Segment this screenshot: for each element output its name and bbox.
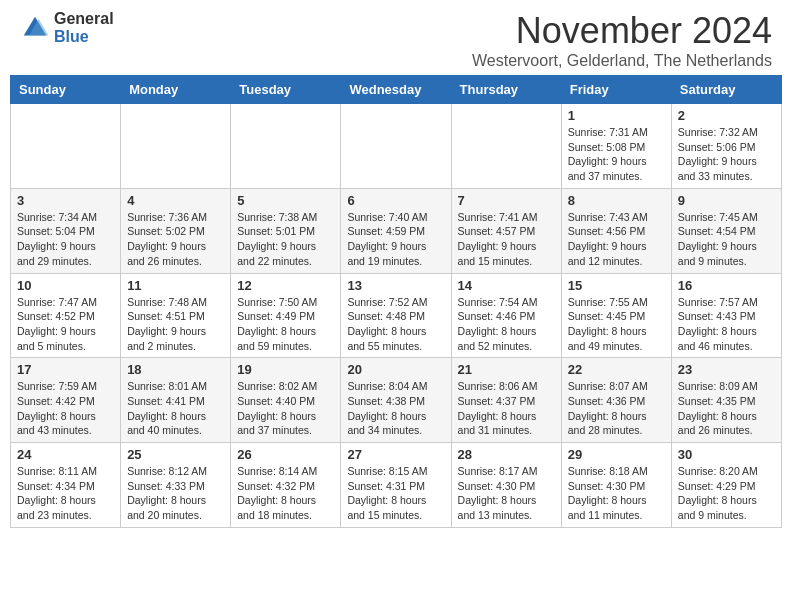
day-info: Sunrise: 7:32 AMSunset: 5:06 PMDaylight:…: [678, 125, 775, 184]
calendar-cell: 13Sunrise: 7:52 AMSunset: 4:48 PMDayligh…: [341, 273, 451, 358]
calendar-table: SundayMondayTuesdayWednesdayThursdayFrid…: [10, 75, 782, 528]
day-info: Sunrise: 7:36 AMSunset: 5:02 PMDaylight:…: [127, 210, 224, 269]
day-info: Sunrise: 7:57 AMSunset: 4:43 PMDaylight:…: [678, 295, 775, 354]
calendar-week-1: 1Sunrise: 7:31 AMSunset: 5:08 PMDaylight…: [11, 104, 782, 189]
day-info: Sunrise: 8:01 AMSunset: 4:41 PMDaylight:…: [127, 379, 224, 438]
day-number: 8: [568, 193, 665, 208]
day-number: 4: [127, 193, 224, 208]
day-info: Sunrise: 7:31 AMSunset: 5:08 PMDaylight:…: [568, 125, 665, 184]
day-number: 26: [237, 447, 334, 462]
calendar-cell: 8Sunrise: 7:43 AMSunset: 4:56 PMDaylight…: [561, 188, 671, 273]
day-info: Sunrise: 7:48 AMSunset: 4:51 PMDaylight:…: [127, 295, 224, 354]
day-number: 28: [458, 447, 555, 462]
calendar-wrapper: SundayMondayTuesdayWednesdayThursdayFrid…: [0, 75, 792, 538]
day-info: Sunrise: 8:18 AMSunset: 4:30 PMDaylight:…: [568, 464, 665, 523]
day-number: 16: [678, 278, 775, 293]
calendar-cell: [341, 104, 451, 189]
calendar-cell: [231, 104, 341, 189]
weekday-header-sunday: Sunday: [11, 76, 121, 104]
calendar-cell: 17Sunrise: 7:59 AMSunset: 4:42 PMDayligh…: [11, 358, 121, 443]
day-number: 22: [568, 362, 665, 377]
day-info: Sunrise: 7:47 AMSunset: 4:52 PMDaylight:…: [17, 295, 114, 354]
day-info: Sunrise: 7:38 AMSunset: 5:01 PMDaylight:…: [237, 210, 334, 269]
day-info: Sunrise: 7:55 AMSunset: 4:45 PMDaylight:…: [568, 295, 665, 354]
day-number: 10: [17, 278, 114, 293]
weekday-header-saturday: Saturday: [671, 76, 781, 104]
logo: General Blue: [20, 10, 114, 45]
weekday-header-thursday: Thursday: [451, 76, 561, 104]
day-info: Sunrise: 8:20 AMSunset: 4:29 PMDaylight:…: [678, 464, 775, 523]
calendar-cell: 3Sunrise: 7:34 AMSunset: 5:04 PMDaylight…: [11, 188, 121, 273]
weekday-header-wednesday: Wednesday: [341, 76, 451, 104]
calendar-week-3: 10Sunrise: 7:47 AMSunset: 4:52 PMDayligh…: [11, 273, 782, 358]
day-number: 27: [347, 447, 444, 462]
day-number: 5: [237, 193, 334, 208]
calendar-cell: 4Sunrise: 7:36 AMSunset: 5:02 PMDaylight…: [121, 188, 231, 273]
day-info: Sunrise: 8:06 AMSunset: 4:37 PMDaylight:…: [458, 379, 555, 438]
day-info: Sunrise: 8:17 AMSunset: 4:30 PMDaylight:…: [458, 464, 555, 523]
calendar-cell: [451, 104, 561, 189]
calendar-cell: 5Sunrise: 7:38 AMSunset: 5:01 PMDaylight…: [231, 188, 341, 273]
calendar-cell: 20Sunrise: 8:04 AMSunset: 4:38 PMDayligh…: [341, 358, 451, 443]
day-number: 9: [678, 193, 775, 208]
day-number: 14: [458, 278, 555, 293]
calendar-cell: [11, 104, 121, 189]
day-info: Sunrise: 8:07 AMSunset: 4:36 PMDaylight:…: [568, 379, 665, 438]
day-number: 30: [678, 447, 775, 462]
day-info: Sunrise: 7:54 AMSunset: 4:46 PMDaylight:…: [458, 295, 555, 354]
weekday-header-friday: Friday: [561, 76, 671, 104]
weekday-header-monday: Monday: [121, 76, 231, 104]
day-number: 19: [237, 362, 334, 377]
day-number: 11: [127, 278, 224, 293]
day-info: Sunrise: 7:40 AMSunset: 4:59 PMDaylight:…: [347, 210, 444, 269]
calendar-cell: 24Sunrise: 8:11 AMSunset: 4:34 PMDayligh…: [11, 443, 121, 528]
day-number: 6: [347, 193, 444, 208]
day-number: 1: [568, 108, 665, 123]
location: Westervoort, Gelderland, The Netherlands: [472, 52, 772, 70]
calendar-cell: 9Sunrise: 7:45 AMSunset: 4:54 PMDaylight…: [671, 188, 781, 273]
day-info: Sunrise: 7:52 AMSunset: 4:48 PMDaylight:…: [347, 295, 444, 354]
calendar-cell: 21Sunrise: 8:06 AMSunset: 4:37 PMDayligh…: [451, 358, 561, 443]
day-info: Sunrise: 7:34 AMSunset: 5:04 PMDaylight:…: [17, 210, 114, 269]
calendar-cell: 22Sunrise: 8:07 AMSunset: 4:36 PMDayligh…: [561, 358, 671, 443]
day-number: 3: [17, 193, 114, 208]
calendar-cell: 18Sunrise: 8:01 AMSunset: 4:41 PMDayligh…: [121, 358, 231, 443]
day-info: Sunrise: 8:12 AMSunset: 4:33 PMDaylight:…: [127, 464, 224, 523]
calendar-cell: 10Sunrise: 7:47 AMSunset: 4:52 PMDayligh…: [11, 273, 121, 358]
calendar-cell: 1Sunrise: 7:31 AMSunset: 5:08 PMDaylight…: [561, 104, 671, 189]
day-info: Sunrise: 7:59 AMSunset: 4:42 PMDaylight:…: [17, 379, 114, 438]
day-info: Sunrise: 7:45 AMSunset: 4:54 PMDaylight:…: [678, 210, 775, 269]
day-number: 15: [568, 278, 665, 293]
calendar-week-5: 24Sunrise: 8:11 AMSunset: 4:34 PMDayligh…: [11, 443, 782, 528]
calendar-cell: 30Sunrise: 8:20 AMSunset: 4:29 PMDayligh…: [671, 443, 781, 528]
day-info: Sunrise: 7:50 AMSunset: 4:49 PMDaylight:…: [237, 295, 334, 354]
calendar-cell: 11Sunrise: 7:48 AMSunset: 4:51 PMDayligh…: [121, 273, 231, 358]
calendar-cell: 15Sunrise: 7:55 AMSunset: 4:45 PMDayligh…: [561, 273, 671, 358]
calendar-cell: 28Sunrise: 8:17 AMSunset: 4:30 PMDayligh…: [451, 443, 561, 528]
day-number: 7: [458, 193, 555, 208]
title-block: November 2024 Westervoort, Gelderland, T…: [472, 10, 772, 70]
day-info: Sunrise: 8:15 AMSunset: 4:31 PMDaylight:…: [347, 464, 444, 523]
calendar-cell: 6Sunrise: 7:40 AMSunset: 4:59 PMDaylight…: [341, 188, 451, 273]
day-number: 20: [347, 362, 444, 377]
day-number: 13: [347, 278, 444, 293]
weekday-header-tuesday: Tuesday: [231, 76, 341, 104]
day-number: 24: [17, 447, 114, 462]
logo-general-text: General: [54, 10, 114, 28]
day-number: 29: [568, 447, 665, 462]
calendar-cell: 2Sunrise: 7:32 AMSunset: 5:06 PMDaylight…: [671, 104, 781, 189]
calendar-cell: 23Sunrise: 8:09 AMSunset: 4:35 PMDayligh…: [671, 358, 781, 443]
day-number: 23: [678, 362, 775, 377]
calendar-cell: 27Sunrise: 8:15 AMSunset: 4:31 PMDayligh…: [341, 443, 451, 528]
day-number: 25: [127, 447, 224, 462]
page-header: General Blue November 2024 Westervoort, …: [0, 0, 792, 75]
calendar-cell: 29Sunrise: 8:18 AMSunset: 4:30 PMDayligh…: [561, 443, 671, 528]
calendar-cell: 7Sunrise: 7:41 AMSunset: 4:57 PMDaylight…: [451, 188, 561, 273]
day-info: Sunrise: 8:14 AMSunset: 4:32 PMDaylight:…: [237, 464, 334, 523]
calendar-header-row: SundayMondayTuesdayWednesdayThursdayFrid…: [11, 76, 782, 104]
day-number: 12: [237, 278, 334, 293]
calendar-cell: 25Sunrise: 8:12 AMSunset: 4:33 PMDayligh…: [121, 443, 231, 528]
day-number: 18: [127, 362, 224, 377]
calendar-cell: 12Sunrise: 7:50 AMSunset: 4:49 PMDayligh…: [231, 273, 341, 358]
day-number: 21: [458, 362, 555, 377]
